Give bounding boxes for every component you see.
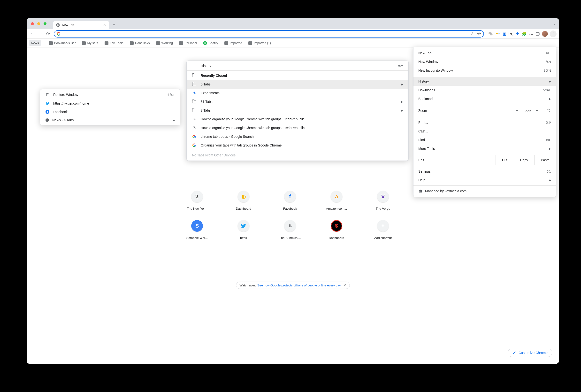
menu-downloads[interactable]: Downloads⌥⌘L — [414, 86, 556, 94]
evernote-extension-icon[interactable]: 🐘 — [488, 32, 493, 36]
browser-window: New Tab ✕ ＋ ⌄ ← → ⟳ 🐘 ✦0 ▣ N ✚ 🧩 ♪≡ — [27, 18, 559, 364]
history-item[interactable]: ☈ How to organize your Google Chrome wit… — [187, 124, 408, 132]
customize-chrome-button[interactable]: Customize Chrome — [508, 349, 552, 357]
ntp-shortcuts: 𝔗The New Yor... ◐Dashboard fFacebook aAm… — [174, 191, 406, 240]
reload-button[interactable]: ⟳ — [44, 30, 51, 37]
tab-list-dropdown[interactable]: ⌄ — [554, 22, 556, 26]
extension-icon[interactable]: ✦0 — [495, 32, 500, 36]
history-item-open-history[interactable]: History ⌘Y — [187, 62, 408, 70]
bookmark-folder[interactable]: Imported (1) — [246, 40, 273, 46]
bookmark-folder[interactable]: Imported — [222, 40, 244, 46]
minimize-window-button[interactable] — [37, 22, 40, 25]
profile-avatar[interactable] — [542, 31, 548, 37]
shortcut-tile[interactable]: 𝔗The New Yor... — [174, 191, 220, 210]
shortcut-tile[interactable]: SScrabble Wor... — [174, 220, 220, 240]
menu-new-incognito[interactable]: New Incognito Window⇧⌘N — [414, 66, 556, 75]
menu-copy[interactable]: Copy — [514, 155, 535, 165]
menu-bookmarks[interactable]: Bookmarks▶ — [414, 94, 556, 103]
notion-extension-icon[interactable]: N — [509, 32, 513, 36]
bookmark-folder[interactable]: My stuff — [80, 40, 100, 46]
pencil-icon — [512, 351, 516, 355]
extensions-area: 🐘 ✦0 ▣ N ✚ 🧩 ♪≡ ⋮ — [488, 30, 557, 37]
promo-close-icon[interactable]: ✕ — [343, 283, 346, 287]
zoom-out-button[interactable]: − — [516, 108, 518, 113]
history-submenu: History ⌘Y Recently Closed 6 Tabs ▶ ⚗ Ex… — [186, 60, 409, 161]
close-window-button[interactable] — [31, 22, 34, 25]
menu-separator — [187, 150, 408, 150]
shortcut-tile[interactable]: $Dashboard — [313, 220, 360, 240]
menu-more-tools[interactable]: More Tools▶ — [414, 144, 556, 153]
history-item[interactable]: 31 Tabs ▶ — [187, 97, 408, 106]
shortcut-tile[interactable]: ⇅The Submissi... — [267, 220, 313, 240]
promo-chip[interactable]: Watch now: See how Google protects billi… — [236, 282, 350, 289]
folder-icon — [104, 42, 108, 45]
history-item[interactable]: chrome tab troups - Google Search — [187, 132, 408, 141]
bookmark-folder[interactable]: Edit Tools — [103, 40, 125, 46]
history-item[interactable]: ⚗ Experiments — [187, 88, 408, 97]
maximize-window-button[interactable] — [43, 22, 46, 25]
spotify-icon: ≡ — [203, 41, 207, 45]
reading-list-icon[interactable]: ♪≡ — [529, 32, 533, 36]
menu-edit-row: Edit Cut Copy Paste — [414, 155, 556, 165]
browser-tab[interactable]: New Tab ✕ — [53, 21, 109, 29]
promo-link[interactable]: See how Google protects billions of peop… — [257, 284, 341, 287]
restore-window-item[interactable]: Restore Window ⇧⌘T — [40, 90, 180, 99]
address-bar[interactable] — [54, 30, 484, 38]
folder-icon — [179, 42, 183, 45]
closed-tab-item[interactable]: f Facebook — [40, 108, 180, 116]
extension-icon[interactable]: ✚ — [515, 32, 520, 36]
closed-tab-item[interactable]: https://twitter.com/home — [40, 99, 180, 108]
shortcut-tile[interactable]: ◐Dashboard — [220, 191, 267, 210]
bookmark-folder[interactable]: Personal — [177, 40, 199, 46]
chevron-right-icon: ▶ — [549, 97, 551, 100]
history-item[interactable]: 6 Tabs ▶ — [187, 80, 408, 88]
share-icon[interactable] — [471, 32, 475, 36]
bookmark-star-icon[interactable] — [477, 32, 481, 36]
shortcut-tile[interactable]: VThe Verge — [360, 191, 406, 210]
shortcut-tile[interactable]: fFacebook — [267, 191, 313, 210]
forward-button[interactable]: → — [37, 30, 43, 37]
menu-history[interactable]: History▶ — [414, 77, 556, 86]
bookmark-folder[interactable]: Done links — [128, 40, 152, 46]
side-panel-icon[interactable] — [535, 32, 540, 36]
menu-new-tab[interactable]: New Tab⌘T — [414, 49, 556, 58]
history-item[interactable]: 7 Tabs ▶ — [187, 106, 408, 115]
shortcut-tile[interactable]: aAmazon.com... — [313, 191, 360, 210]
close-tab-button[interactable]: ✕ — [103, 23, 106, 27]
tab-strip: New Tab ✕ ＋ ⌄ — [27, 18, 559, 29]
history-no-other-devices: No Tabs From Other Devices — [187, 151, 408, 160]
history-item[interactable]: ☈ How to organize your Google Chrome wit… — [187, 115, 408, 124]
bookmark-tab-group[interactable]: News — [29, 40, 41, 46]
add-shortcut-tile[interactable]: +Add shortcut — [360, 220, 406, 240]
shortcut-tile[interactable]: https — [220, 220, 267, 240]
bookmark-folder[interactable]: Working — [154, 40, 175, 46]
new-tab-button[interactable]: ＋ — [112, 22, 116, 27]
flask-icon: ⚗ — [192, 91, 196, 95]
history-item[interactable]: Organize your tabs with tab groups in Go… — [187, 141, 408, 150]
menu-find[interactable]: Find...⌘F — [414, 136, 556, 144]
chevron-right-icon: ▶ — [549, 179, 551, 182]
menu-help[interactable]: Help▶ — [414, 176, 556, 184]
closed-tab-group-item[interactable]: News - 4 Tabs ▶ — [40, 116, 180, 124]
extensions-puzzle-icon[interactable]: 🧩 — [522, 32, 527, 36]
menu-paste[interactable]: Paste — [534, 155, 556, 165]
extension-icon[interactable]: ▣ — [502, 32, 507, 36]
zoom-in-button[interactable]: + — [536, 108, 538, 113]
bookmark-folder[interactable]: Bookmarks Bar — [47, 40, 78, 46]
tab-group-icon — [45, 118, 49, 122]
menu-managed-notice[interactable]: Managed by voxmedia.com — [414, 187, 556, 196]
fullscreen-button[interactable] — [542, 106, 554, 115]
site-favicon: ☈ — [192, 117, 196, 121]
menu-print[interactable]: Print...⌘P — [414, 118, 556, 127]
back-button[interactable]: ← — [29, 30, 36, 37]
bookmark-item[interactable]: ≡Spotify — [201, 40, 220, 46]
page-content: 𝔗The New Yor... ◐Dashboard fFacebook aAm… — [27, 48, 559, 364]
menu-separator — [414, 117, 556, 117]
menu-new-window[interactable]: New Window⌘N — [414, 58, 556, 66]
menu-cut[interactable]: Cut — [496, 155, 514, 165]
window-controls — [31, 22, 46, 25]
menu-cast[interactable]: Cast... — [414, 127, 556, 136]
chrome-menu-button[interactable]: ⋮ — [550, 30, 557, 37]
menu-settings[interactable]: Settings⌘, — [414, 167, 556, 176]
tabs-submenu: Restore Window ⇧⌘T https://twitter.com/h… — [40, 89, 180, 126]
